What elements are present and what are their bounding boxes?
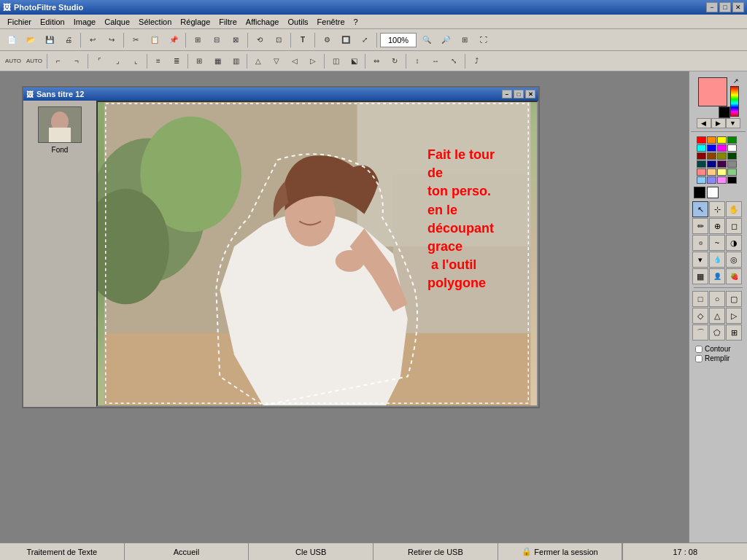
image-canvas[interactable]: Fait le tour de ton perso. en le découpa…	[96, 101, 538, 407]
shape-btn2[interactable]: ▽	[268, 52, 285, 70]
clone-btn[interactable]: ⊕	[709, 218, 725, 234]
zoom-input[interactable]	[380, 33, 417, 47]
menu-outils[interactable]: Outils	[283, 16, 312, 28]
triangle-btn[interactable]: △	[709, 308, 725, 324]
color-prev[interactable]: ◀	[697, 118, 711, 128]
menu-fichier[interactable]: Fichier	[3, 16, 36, 28]
flip-v[interactable]: ↔	[427, 52, 444, 70]
grid3-btn[interactable]: ▥	[227, 52, 244, 70]
auto-btn[interactable]: AUTO	[3, 52, 23, 70]
filter2-btn[interactable]: 👤	[709, 268, 725, 284]
palette-color-cell[interactable]	[727, 136, 737, 144]
menu-help[interactable]: ?	[349, 16, 363, 28]
eyedrop-btn[interactable]: 💧	[709, 252, 725, 268]
menu-calque[interactable]: Calque	[100, 16, 134, 28]
zoom-out[interactable]: 🔍	[418, 31, 436, 49]
save-button[interactable]: 💾	[41, 31, 58, 49]
menu-filtre[interactable]: Filtre	[214, 16, 241, 28]
sel-btn2[interactable]: ≣	[168, 52, 185, 70]
poly-lasso-btn[interactable]: ⌒	[692, 324, 708, 341]
palette-color-cell[interactable]	[717, 176, 727, 184]
palette-color-cell[interactable]	[707, 176, 716, 184]
grid-btn[interactable]: ⊞	[190, 52, 208, 70]
menu-fenetre[interactable]: Fenêtre	[313, 16, 349, 28]
pencil-btn[interactable]: ✏	[692, 218, 708, 234]
fit-window[interactable]: ⊞	[456, 31, 473, 49]
select-all[interactable]: ⊞	[189, 31, 206, 49]
text-tool-btn[interactable]: T	[294, 31, 311, 49]
invert-sel[interactable]: ⊠	[227, 31, 244, 49]
transform[interactable]: ⟲	[251, 31, 268, 49]
sel-btn1[interactable]: ≡	[150, 52, 167, 70]
flip-h[interactable]: ↕	[409, 52, 426, 70]
menu-image[interactable]: Image	[69, 16, 101, 28]
shape-btn4[interactable]: ▷	[304, 52, 322, 70]
smudge-btn[interactable]: ~	[709, 235, 725, 251]
menu-affichage[interactable]: Affichage	[241, 16, 284, 28]
palette-color-cell[interactable]	[697, 152, 706, 160]
filter3-btn[interactable]: 🍓	[726, 268, 742, 284]
primary-color-swatch[interactable]	[698, 77, 727, 106]
secondary-color-swatch[interactable]	[719, 106, 730, 118]
palette-color-cell[interactable]	[717, 160, 727, 168]
doc-minimize[interactable]: −	[502, 90, 512, 98]
minimize-button[interactable]: −	[706, 2, 718, 12]
open-button[interactable]: 📂	[22, 31, 39, 49]
palette-color-cell[interactable]	[727, 160, 737, 168]
palette-color-cell[interactable]	[697, 144, 706, 152]
palette-color-cell[interactable]	[727, 144, 737, 152]
palette-color-cell[interactable]	[717, 144, 727, 152]
maximize-button[interactable]: □	[719, 2, 731, 12]
palette-color-cell[interactable]	[707, 160, 716, 168]
grid2-btn[interactable]: ▦	[209, 52, 226, 70]
mirror-btn[interactable]: ⇔	[368, 52, 385, 70]
layer-thumbnail[interactable]	[38, 106, 82, 143]
rotate-btn[interactable]: ↻	[386, 52, 403, 70]
palette-color-cell[interactable]	[707, 152, 716, 160]
corners-btn[interactable]: ⌐	[50, 52, 67, 70]
palette-color-cell[interactable]	[697, 160, 706, 168]
status-fermer[interactable]: 🔒 Fermer la session	[498, 543, 623, 560]
remplir-checkbox[interactable]	[695, 355, 703, 362]
auto2-btn[interactable]: AUTO	[24, 52, 44, 70]
color-next[interactable]: ▶	[711, 118, 726, 128]
blur-btn[interactable]: ◎	[726, 252, 742, 268]
roundrect-btn[interactable]: ▢	[726, 291, 742, 307]
arrow-btn[interactable]: ▷	[726, 308, 742, 324]
corner3-btn[interactable]: ⌜	[90, 52, 108, 70]
select-tool-btn[interactable]: ↖	[692, 201, 708, 217]
eraser-btn[interactable]: ◻	[726, 218, 742, 234]
palette-color-cell[interactable]	[717, 136, 727, 144]
palette-color-cell[interactable]	[717, 152, 727, 160]
lasso-btn[interactable]: ⌾	[692, 235, 708, 251]
palette-color-cell[interactable]	[707, 144, 716, 152]
color-menu[interactable]: ▼	[726, 118, 740, 128]
fullscreen[interactable]: ⛶	[475, 31, 492, 49]
palette-color-cell[interactable]	[717, 168, 727, 176]
palette-color-cell[interactable]	[697, 168, 706, 176]
print-button[interactable]: 🖨	[60, 31, 77, 49]
arrange-btn1[interactable]: ◫	[327, 52, 344, 70]
new-button[interactable]: 📄	[3, 31, 20, 49]
resize-btn[interactable]: ⤢	[356, 31, 374, 49]
redo-button[interactable]: ↪	[103, 31, 120, 49]
flip-both[interactable]: ⤡	[445, 52, 462, 70]
menu-selection[interactable]: Sélection	[134, 16, 176, 28]
status-cle[interactable]: Cle USB	[249, 543, 374, 560]
menu-reglage[interactable]: Réglage	[176, 16, 214, 28]
undo-button[interactable]: ↩	[84, 31, 101, 49]
white-square[interactable]	[707, 187, 719, 198]
deselect[interactable]: ⊟	[208, 31, 225, 49]
status-traitement[interactable]: Traitement de Texte	[0, 543, 125, 560]
corner5-btn[interactable]: ⌞	[127, 52, 144, 70]
polygon-btn[interactable]: ⬠	[709, 324, 725, 341]
dodge-btn[interactable]: ◑	[726, 235, 742, 251]
magic-wand-btn[interactable]: ⊹	[709, 201, 725, 217]
copy-button[interactable]: 📋	[146, 31, 163, 49]
zoom-in[interactable]: 🔎	[437, 31, 454, 49]
corners2-btn[interactable]: ¬	[68, 52, 85, 70]
cut-button[interactable]: ✂	[127, 31, 144, 49]
filter-btn[interactable]: 🔲	[337, 31, 355, 49]
status-accueil[interactable]: Accueil	[125, 543, 249, 560]
crop[interactable]: ⊡	[270, 31, 287, 49]
